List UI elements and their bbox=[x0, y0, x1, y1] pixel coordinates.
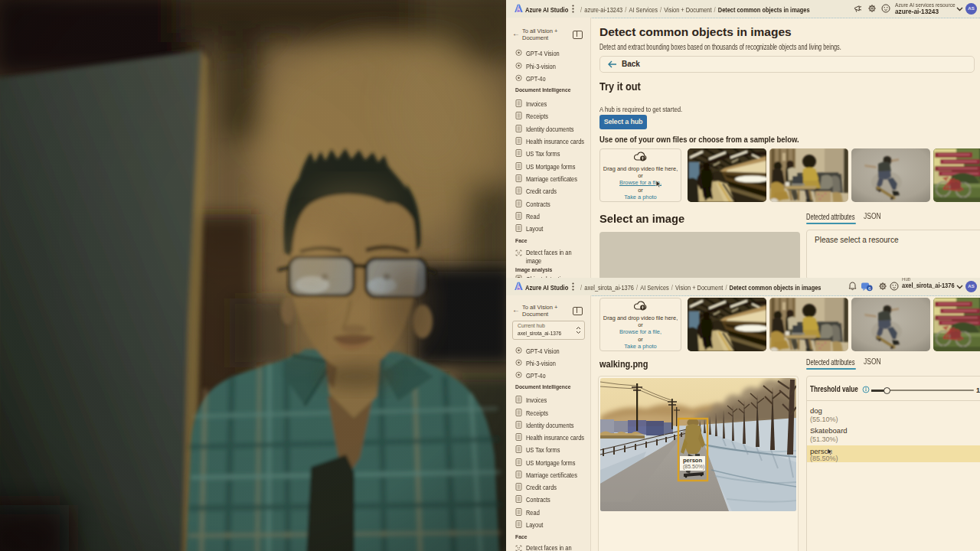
svg-text:(85.50%): (85.50%) bbox=[683, 464, 704, 470]
svg-text:person: person bbox=[683, 457, 702, 464]
svg-text:6: 6 bbox=[868, 285, 871, 291]
